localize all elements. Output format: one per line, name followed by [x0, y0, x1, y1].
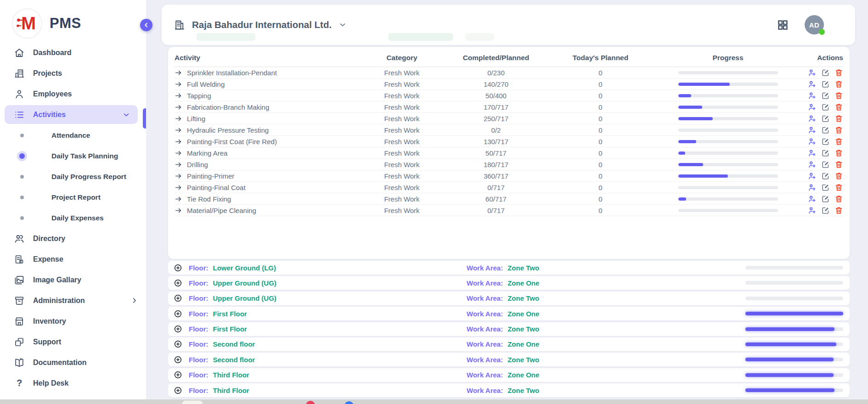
- sidebar-item-dashboard[interactable]: Dashboard: [0, 42, 146, 63]
- expand-plus-icon[interactable]: [174, 355, 182, 364]
- sidebar-item-support[interactable]: Support: [0, 331, 146, 352]
- delete-button[interactable]: [834, 80, 843, 89]
- assign-user-button[interactable]: [808, 160, 817, 169]
- edit-button[interactable]: [821, 68, 830, 77]
- chevron-down-icon[interactable]: [338, 21, 347, 29]
- table-row: Material/Pipe Cleaning Fresh Work 0/717 …: [175, 205, 843, 216]
- edit-button[interactable]: [821, 195, 830, 203]
- edit-button[interactable]: [821, 149, 830, 157]
- taskbar-item[interactable]: [344, 401, 354, 404]
- delete-button[interactable]: [834, 91, 843, 100]
- edit-button[interactable]: [821, 103, 830, 112]
- sidebar-item-employees[interactable]: Employees: [0, 84, 146, 104]
- delete-button[interactable]: [834, 114, 843, 123]
- apps-grid-icon[interactable]: [777, 19, 789, 31]
- expand-plus-icon[interactable]: [174, 264, 182, 272]
- work-area-label: Work Area:: [467, 310, 503, 318]
- assign-user-button[interactable]: [808, 195, 817, 203]
- assign-user-button[interactable]: [808, 137, 817, 146]
- expand-plus-icon[interactable]: [174, 279, 182, 287]
- sidebar-subitem-daily-progress-report[interactable]: Daily Progress Report: [0, 166, 146, 187]
- work-area-label: Work Area:: [467, 340, 503, 348]
- delete-button[interactable]: [834, 103, 843, 112]
- floor-label: Floor:: [189, 356, 209, 364]
- col-actions: Actions: [806, 54, 843, 62]
- assign-user-button[interactable]: [808, 149, 817, 157]
- sidebar-item-label: Inventory: [33, 317, 66, 325]
- sidebar-item-directory[interactable]: Directory: [0, 228, 146, 249]
- delete-button[interactable]: [834, 149, 843, 157]
- progress-bar: [678, 197, 778, 201]
- floor-progress-bar: [745, 388, 843, 392]
- sidebar-item-image-gallary[interactable]: Image Gallary: [0, 269, 146, 290]
- buildings-icon: [14, 68, 25, 79]
- col-completed-planned: Completed/Planned: [441, 54, 551, 62]
- assign-user-button[interactable]: [808, 183, 817, 192]
- sidebar-item-label: Dashboard: [33, 49, 72, 57]
- arrow-right-icon: [175, 207, 182, 214]
- delete-button[interactable]: [834, 137, 843, 146]
- taskbar-item[interactable]: [182, 400, 203, 404]
- edit-button[interactable]: [821, 126, 830, 135]
- sidebar-subitem-project-report[interactable]: Project Report: [0, 187, 146, 208]
- assign-user-button[interactable]: [808, 68, 817, 77]
- user-avatar[interactable]: AD: [805, 15, 824, 34]
- completed-planned-value: 0/717: [441, 184, 551, 191]
- delete-button[interactable]: [834, 126, 843, 135]
- assign-user-button[interactable]: [808, 80, 817, 89]
- company-selector-label[interactable]: Raja Bahadur International Ltd.: [192, 19, 332, 30]
- chevron-left-icon: [143, 22, 150, 28]
- arrow-right-icon: [175, 126, 182, 134]
- activity-name: Tie Rod Fixing: [187, 195, 231, 203]
- sidebar-item-activities[interactable]: Activities: [5, 105, 138, 124]
- assign-user-button[interactable]: [808, 126, 817, 135]
- edit-button[interactable]: [821, 160, 830, 169]
- assign-user-button[interactable]: [808, 172, 817, 180]
- edit-button[interactable]: [821, 172, 830, 180]
- sidebar-item-label: Employees: [33, 90, 72, 98]
- progress-bar-fill: [678, 140, 696, 143]
- expand-plus-icon[interactable]: [174, 294, 182, 303]
- edit-button[interactable]: [821, 80, 830, 89]
- edit-button[interactable]: [821, 91, 830, 100]
- expand-plus-icon[interactable]: [174, 309, 182, 318]
- assign-user-button[interactable]: [808, 206, 817, 215]
- sidebar-item-administration[interactable]: Administration: [0, 290, 146, 311]
- delete-button[interactable]: [834, 183, 843, 192]
- sidebar-item-documentation[interactable]: Documentation: [0, 352, 146, 373]
- taskbar-item[interactable]: [306, 401, 315, 404]
- expand-plus-icon[interactable]: [174, 370, 182, 379]
- sidebar-subitem-attendance[interactable]: Attendance: [0, 125, 146, 146]
- bullet-icon: [20, 134, 24, 137]
- expand-plus-icon[interactable]: [174, 325, 182, 333]
- activity-name: Hydraulic Pressure Testing: [187, 126, 269, 134]
- expand-plus-icon[interactable]: [174, 386, 182, 395]
- sidebar-subitem-daily-expenses[interactable]: Daily Expenses: [0, 208, 146, 228]
- progress-bar: [678, 83, 778, 86]
- sidebar-item-projects[interactable]: Projects: [0, 63, 146, 84]
- delete-button[interactable]: [834, 172, 843, 180]
- delete-button[interactable]: [834, 160, 843, 169]
- edit-button[interactable]: [821, 114, 830, 123]
- delete-button[interactable]: [834, 195, 843, 203]
- delete-button[interactable]: [834, 206, 843, 215]
- progress-bar: [678, 106, 778, 109]
- floor-row: Floor: Upper Ground (UG) Work Area: Zone…: [168, 276, 850, 290]
- sidebar-item-expense[interactable]: Expense: [0, 249, 146, 269]
- expand-plus-icon[interactable]: [174, 340, 182, 348]
- sidebar-subitem-daily-task-planning[interactable]: Daily Task Planning: [0, 146, 146, 166]
- edit-button[interactable]: [821, 183, 830, 192]
- assign-user-button[interactable]: [808, 91, 817, 100]
- edit-button[interactable]: [821, 206, 830, 215]
- sidebar-item-help-desk[interactable]: ? Help Desk: [0, 373, 146, 393]
- edit-button[interactable]: [821, 137, 830, 146]
- floor-label: Floor:: [189, 279, 209, 287]
- category-value: Fresh Work: [363, 69, 441, 77]
- todays-planned-value: 0: [551, 207, 650, 214]
- assign-user-button[interactable]: [808, 114, 817, 123]
- sidebar-item-inventory[interactable]: Inventory: [0, 311, 146, 331]
- delete-button[interactable]: [834, 68, 843, 77]
- table-row: Sprinkler Installation-Pendant Fresh Wor…: [175, 67, 843, 79]
- sidebar-collapse-button[interactable]: [140, 19, 152, 31]
- assign-user-button[interactable]: [808, 103, 817, 112]
